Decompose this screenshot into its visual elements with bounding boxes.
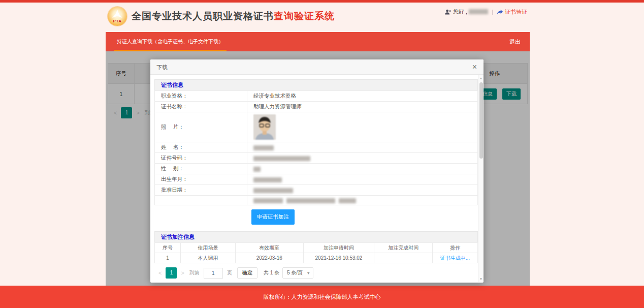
user-icon [444,9,451,15]
field-label: 照 片： [155,112,247,142]
action-cell: 证书生成中... [432,253,477,263]
goto-page-input[interactable] [204,268,223,279]
col-apply-time: 加注申请时间 [303,243,374,253]
dialog-pagination: < 1 > 到第 页 确定 共 1 条 5 条/页 ▼ [155,267,478,279]
field-value: 经济专业技术资格 [247,91,478,102]
seq-cell: 1 [155,253,181,263]
main-navbar: 持证人查询下载（含电子证书、电子文件下载） 退出 [106,32,530,51]
pta-logo-icon: PTA [108,7,127,26]
dialog-title: 下载 [156,64,168,70]
greeting-text: 您好 , [453,8,467,16]
field-label: 批准日期： [155,185,247,196]
tab-holder-query-download[interactable]: 持证人查询下载（含电子证书、电子文件下载） [114,32,227,51]
finish-time-cell [374,253,432,263]
cert-verify-link[interactable]: 证书验证 [505,8,527,16]
redacted-text [253,177,282,182]
app-brand: PTA 全国专业技术人员职业资格证书查询验证系统 [108,7,335,26]
close-icon[interactable]: × [470,61,479,73]
table-row: 照 片： [155,112,478,142]
table-row: 出生年月： [155,174,478,185]
top-accent-strip [0,0,644,3]
field-label [155,196,247,205]
redacted-text [253,198,283,203]
redacted-text [253,188,293,193]
col-action: 操作 [432,243,477,253]
dialog-body: 证书信息 职业资格： 经济专业技术资格 证书名称： 助理人力资源管理师 照 片： [150,75,478,282]
field-label: 职业资格： [155,91,247,102]
scroll-up-icon[interactable]: ▲ [478,75,484,81]
field-label: 性 别： [155,164,247,174]
col-scene: 使用场景 [180,243,235,253]
logout-button[interactable]: 退出 [509,32,521,51]
apply-time-cell: 2021-12-16 10:53:02 [303,253,374,263]
redacted-text [286,198,335,203]
prev-page-button[interactable]: < [155,267,165,279]
table-row: 姓 名： [155,142,478,153]
current-page-button[interactable]: 1 [166,267,177,279]
scroll-down-icon[interactable]: ▼ [478,276,484,282]
goto-label: 到第 [189,269,200,276]
separator: | [492,9,493,15]
dropdown-caret-icon: ▼ [306,268,310,279]
page-footer: 版权所有：人力资源和社会保障部人事考试中心 [0,286,644,308]
confirm-button[interactable]: 确定 [237,267,257,279]
redacted-text [253,167,261,172]
total-count-label: 共 1 条 [264,269,279,276]
field-value: 助理人力资源管理师 [247,102,478,112]
page-title: 全国专业技术人员职业资格证书查询验证系统 [132,10,335,23]
cert-info-section-title: 证书信息 [154,79,478,90]
table-header-row: 序号 使用场景 有效期至 加注申请时间 加注完成时间 操作 [155,243,478,253]
table-row: 1 本人调用 2022-03-16 2021-12-16 10:53:02 证书… [155,253,478,263]
field-value-redacted [247,164,478,174]
annotation-table: 序号 使用场景 有效期至 加注申请时间 加注完成时间 操作 1 本人调用 202… [154,242,478,263]
scene-cell: 本人调用 [180,253,235,263]
per-page-select[interactable]: 5 条/页 ▼ [282,267,313,279]
redacted-text [339,198,356,203]
scrollbar-thumb[interactable] [479,82,483,159]
logo-swoosh-shape [112,10,122,18]
redacted-text [253,145,274,150]
field-value [247,112,478,142]
page-unit-label: 页 [227,269,232,276]
field-value-redacted [247,153,478,164]
cert-generating-link[interactable]: 证书生成中... [440,255,470,261]
field-label: 证书名称： [155,102,247,112]
per-page-value: 5 条/页 [287,270,303,275]
user-bar: 您好 , | 证书验证 [444,8,527,16]
cert-info-table: 职业资格： 经济专业技术资格 证书名称： 助理人力资源管理师 照 片： [154,90,478,205]
annotation-section-title: 证书加注信息 [154,231,478,242]
field-label: 姓 名： [155,142,247,153]
field-value-redacted [247,174,478,185]
certificate-photo [253,114,276,140]
share-arrow-icon [497,9,503,15]
table-row: 批准日期： [155,185,478,196]
col-valid-until: 有效期至 [235,243,303,253]
logo-text: PTA [108,19,127,23]
next-page-button[interactable]: > [178,267,187,279]
redacted-text [253,156,310,161]
table-row: 性 别： [155,164,478,174]
field-value-redacted [247,142,478,153]
apply-annotation-button[interactable]: 申请证书加注 [251,209,295,225]
table-row: 职业资格： 经济专业技术资格 [155,91,478,102]
field-value-redacted [247,196,478,205]
col-finish-time: 加注完成时间 [374,243,432,253]
download-dialog: 下载 × 证书信息 职业资格： 经济专业技术资格 证书名称： 助理人力资源管理师… [150,59,484,283]
field-label: 出生年月： [155,174,247,185]
valid-until-cell: 2022-03-16 [235,253,303,263]
page-title-main: 全国专业技术人员职业资格证书 [132,11,274,21]
user-name-redacted [469,9,488,14]
table-row: 证件号码： [155,153,478,164]
page-title-accent: 查询验证系统 [274,11,335,21]
copyright-text: 版权所有：人力资源和社会保障部人事考试中心 [264,294,381,300]
table-row [155,196,478,205]
field-value-redacted [247,185,478,196]
dialog-scrollbar[interactable]: ▲ ▼ [478,75,484,282]
dialog-header: 下载 × [150,59,484,75]
col-seq: 序号 [155,243,181,253]
field-label: 证件号码： [155,153,247,164]
table-row: 证书名称： 助理人力资源管理师 [155,102,478,112]
